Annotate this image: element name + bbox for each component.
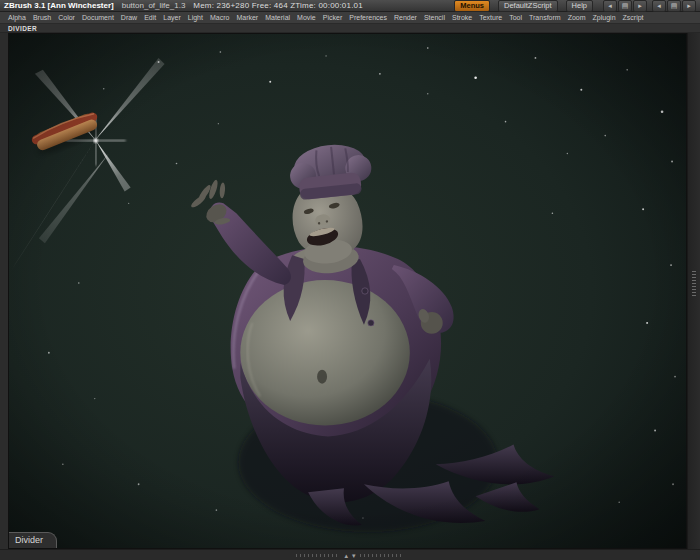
workspace: Divider	[0, 33, 700, 549]
menu-item-zscript[interactable]: Zscript	[623, 14, 644, 21]
right-tray-grip[interactable]	[692, 271, 696, 297]
menu-item-transform[interactable]: Transform	[529, 14, 561, 21]
divider-bar-label: DIVIDER	[8, 25, 37, 32]
menu-item-color[interactable]: Color	[58, 14, 75, 21]
right-tray-icon[interactable]: ▤	[667, 0, 681, 12]
menu-item-marker[interactable]: Marker	[236, 14, 258, 21]
bottom-tray-grip-left[interactable]	[296, 554, 340, 557]
menu-item-texture[interactable]: Texture	[479, 14, 502, 21]
menu-item-stencil[interactable]: Stencil	[424, 14, 445, 21]
menu-item-stroke[interactable]: Stroke	[452, 14, 472, 21]
titlebar-tray-controls: ◂ ▤ ▸ ◂ ▤ ▸	[603, 0, 696, 12]
left-tray-icon[interactable]: ▤	[618, 0, 632, 12]
right-tray-expand-icon[interactable]: ▸	[682, 0, 696, 12]
menu-item-tool[interactable]: Tool	[509, 14, 522, 21]
titlebar: ZBrush 3.1 [Ann Winchester] button_of_li…	[0, 0, 700, 12]
memory-stats: Mem: 236+280 Free: 464 ZTime: 00:00:01.0…	[193, 1, 363, 10]
menus-button[interactable]: Menus	[454, 0, 490, 12]
menu-item-document[interactable]: Document	[82, 14, 114, 21]
help-button[interactable]: Help	[566, 0, 593, 12]
menu-item-brush[interactable]: Brush	[33, 14, 51, 21]
bottom-tray-divider[interactable]: ▴ ▾	[0, 549, 700, 560]
menu-item-light[interactable]: Light	[188, 14, 203, 21]
document-canvas[interactable]: Divider	[8, 33, 687, 549]
menu-item-movie[interactable]: Movie	[297, 14, 316, 21]
app-title: ZBrush 3.1 [Ann Winchester]	[4, 1, 114, 10]
left-tray-collapse-icon[interactable]: ◂	[603, 0, 617, 12]
menu-item-zplugin[interactable]: Zplugin	[593, 14, 616, 21]
divider-tab[interactable]: Divider	[9, 532, 57, 548]
menu-item-alpha[interactable]: Alpha	[8, 14, 26, 21]
bottom-tray-grip-right[interactable]	[360, 554, 404, 557]
vignette	[9, 34, 686, 548]
menu-item-render[interactable]: Render	[394, 14, 417, 21]
defaultzscript-button[interactable]: DefaultZScript	[498, 0, 558, 12]
tray-up-arrow-icon[interactable]: ▴	[344, 552, 348, 559]
tray-down-arrow-icon[interactable]: ▾	[352, 552, 356, 559]
menubar: Alpha Brush Color Document Draw Edit Lay…	[0, 12, 700, 24]
menu-item-zoom[interactable]: Zoom	[568, 14, 586, 21]
divider-bar: DIVIDER	[0, 24, 700, 33]
menu-item-macro[interactable]: Macro	[210, 14, 229, 21]
left-tray-expand-icon[interactable]: ▸	[633, 0, 647, 12]
menu-item-material[interactable]: Material	[265, 14, 290, 21]
menu-item-draw[interactable]: Draw	[121, 14, 137, 21]
sculpt-scene[interactable]	[9, 34, 686, 548]
menu-item-picker[interactable]: Picker	[323, 14, 342, 21]
document-title: button_of_life_1.3	[122, 1, 186, 10]
right-tray-divider[interactable]	[687, 33, 700, 549]
menu-item-edit[interactable]: Edit	[144, 14, 156, 21]
menu-item-layer[interactable]: Layer	[163, 14, 181, 21]
divider-tab-label: Divider	[15, 535, 43, 545]
menu-item-preferences[interactable]: Preferences	[349, 14, 387, 21]
right-tray-collapse-icon[interactable]: ◂	[652, 0, 666, 12]
